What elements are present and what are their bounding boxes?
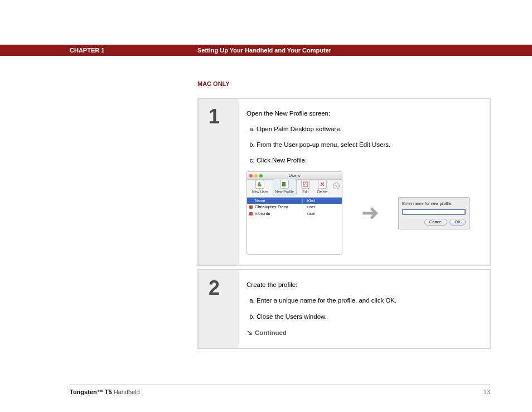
step-number: 1 <box>199 99 239 265</box>
step-item: Enter a unique name for the profile, and… <box>257 296 478 305</box>
step-item: Open Palm Desktop software. <box>257 124 478 133</box>
new-user-icon: + <box>255 180 264 189</box>
toolbar-label: New User <box>252 189 268 194</box>
list-item[interactable]: mbronte user <box>247 210 342 217</box>
user-name: mbronte <box>255 211 270 217</box>
svg-rect-5 <box>303 182 308 186</box>
step-lead: Create the profile: <box>246 280 478 289</box>
step-item: Close the Users window. <box>257 312 478 321</box>
continued-indicator: ↘Continued <box>246 328 478 338</box>
ok-button[interactable]: OK <box>449 219 466 226</box>
new-profile-icon: + <box>280 180 289 189</box>
toolbar-label: Edit <box>302 189 308 194</box>
edit-icon <box>301 180 310 189</box>
section-mac-only: MAC ONLY <box>197 80 230 87</box>
footer-brand: Tungsten™ T5 Handheld <box>70 389 140 395</box>
step-1: 1 Open the New Profile screen: Open Palm… <box>197 98 491 266</box>
new-profile-dialog: Enter name for new profile: Cancel OK <box>398 197 470 230</box>
list-header: Name Kind <box>247 198 342 204</box>
col-name[interactable]: Name <box>247 198 303 204</box>
col-kind[interactable]: Kind <box>303 198 315 204</box>
continued-label: Continued <box>255 329 287 336</box>
toolbar-label: New Profile <box>275 189 294 194</box>
svg-point-0 <box>258 182 260 184</box>
user-icon <box>249 205 253 209</box>
chapter-title: Setting Up Your Handheld and Your Comput… <box>197 47 331 54</box>
step-body: Create the profile: Enter a unique name … <box>239 270 490 347</box>
dialog-label: Enter name for new profile: <box>402 201 466 207</box>
steps-area: 1 Open the New Profile screen: Open Palm… <box>197 98 491 352</box>
users-toolbar: + New User + New Profile <box>247 180 342 198</box>
header-band: CHAPTER 1 Setting Up Your Handheld and Y… <box>0 45 532 56</box>
window-title: Users <box>247 173 342 179</box>
user-kind: user <box>303 204 316 210</box>
step-body: Open the New Profile screen: Open Palm D… <box>239 99 490 265</box>
toolbar-new-profile[interactable]: + New Profile <box>273 179 297 195</box>
user-kind: user <box>303 211 316 217</box>
svg-text:+: + <box>285 183 287 186</box>
toolbar-delete[interactable]: Delete <box>315 179 331 195</box>
svg-text:+: + <box>261 183 263 186</box>
chapter-label: CHAPTER 1 <box>70 47 104 54</box>
step-2: 2 Create the profile: Enter a unique nam… <box>197 269 491 348</box>
toolbar-label: Delete <box>317 189 328 194</box>
profile-name-field[interactable] <box>402 209 466 215</box>
list-body: Christopher Tracy user mbronte user <box>247 204 342 254</box>
step-lead: Open the New Profile screen: <box>246 109 478 118</box>
help-icon[interactable]: ? <box>333 183 340 189</box>
toolbar-new-user[interactable]: + New User <box>249 179 271 195</box>
page-footer: Tungsten™ T5 Handheld 13 <box>70 385 490 395</box>
list-item[interactable]: Christopher Tracy user <box>247 204 342 210</box>
user-name: Christopher Tracy <box>255 204 288 210</box>
footer-brand-bold: Tungsten™ T5 <box>70 389 112 395</box>
toolbar-edit[interactable]: Edit <box>298 179 313 195</box>
step-number: 2 <box>199 270 239 347</box>
delete-icon <box>318 180 327 189</box>
cancel-button[interactable]: Cancel <box>424 219 447 226</box>
page-number: 13 <box>483 389 490 395</box>
step-item: From the User pop-up menu, select Edit U… <box>257 140 478 149</box>
figure-row: Users + New User + <box>246 171 478 255</box>
step-item: Click New Profile. <box>257 156 478 165</box>
continued-arrow-icon: ↘ <box>246 328 253 338</box>
users-window: Users + New User + <box>246 171 342 255</box>
user-icon <box>249 212 253 215</box>
arrow-right-icon <box>359 202 381 224</box>
footer-brand-rest: Handheld <box>112 389 140 395</box>
